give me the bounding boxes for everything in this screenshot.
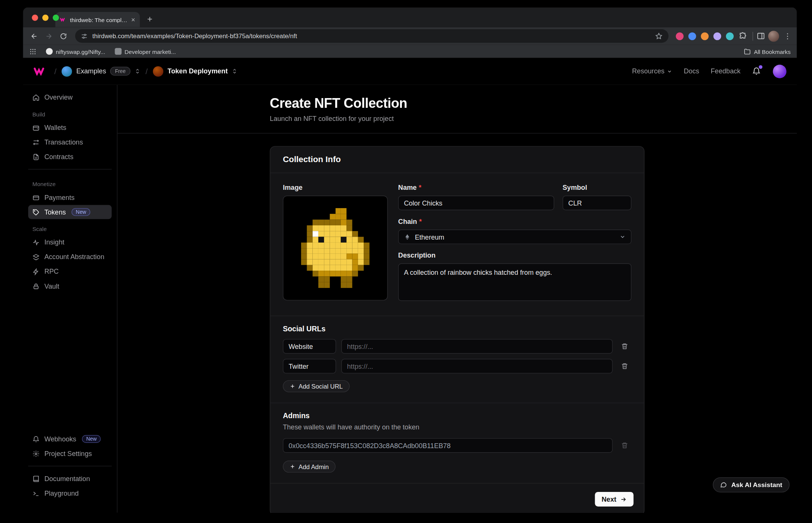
collection-image-upload[interactable] bbox=[283, 195, 388, 300]
chevron-down-icon bbox=[619, 234, 626, 240]
apps-grid-icon[interactable] bbox=[29, 48, 37, 55]
lock-icon bbox=[32, 282, 40, 290]
sidebar-item-insight[interactable]: Insight bbox=[28, 235, 112, 249]
reload-button[interactable] bbox=[56, 29, 70, 43]
bookmark-niftyswap[interactable]: niftyswap.gg/Nifty... bbox=[46, 48, 105, 55]
delete-social-url-button[interactable] bbox=[618, 359, 631, 373]
screen: thirdweb: The complete web3... × + third… bbox=[0, 0, 812, 523]
card-footer: Next bbox=[270, 483, 644, 513]
social-platform-input[interactable] bbox=[283, 359, 336, 374]
sidebar-item-rpc[interactable]: RPC bbox=[28, 264, 112, 279]
page-title: Create NFT Collection bbox=[270, 95, 797, 112]
feedback-link[interactable]: Feedback bbox=[711, 67, 741, 75]
image-label: Image bbox=[283, 183, 302, 191]
sidebar-item-project-settings[interactable]: Project Settings bbox=[28, 447, 112, 461]
sidebar-divider bbox=[28, 169, 112, 169]
extension-icon-teal[interactable] bbox=[726, 32, 734, 40]
sidebar-item-documentation[interactable]: Documentation bbox=[28, 472, 112, 486]
extension-icon-purple[interactable] bbox=[713, 32, 721, 40]
name-input[interactable] bbox=[398, 195, 554, 210]
social-url-input[interactable] bbox=[341, 339, 613, 354]
chain-select[interactable]: Ethereum bbox=[398, 229, 631, 244]
image-column: Image bbox=[283, 183, 388, 303]
sidebar-item-webhooks[interactable]: Webhooks New bbox=[28, 432, 112, 446]
browser-profile-avatar[interactable] bbox=[768, 31, 779, 42]
extension-icon-blue[interactable] bbox=[688, 32, 696, 40]
required-asterisk: * bbox=[419, 218, 422, 225]
sidebar-item-transactions[interactable]: Transactions bbox=[28, 135, 112, 149]
project-avatar bbox=[153, 66, 163, 76]
add-social-url-button[interactable]: Add Social URL bbox=[283, 380, 349, 392]
sidebar-item-tokens[interactable]: Tokens New bbox=[28, 205, 112, 219]
address-bar[interactable]: thirdweb.com/team/examples/Token-Deploym… bbox=[75, 29, 669, 43]
social-platform-input[interactable] bbox=[283, 339, 336, 354]
bookmark-developer-marketing[interactable]: Developer marketi... bbox=[115, 48, 176, 55]
sidebar-item-playground[interactable]: Playground bbox=[28, 486, 112, 501]
fullscreen-window-button[interactable] bbox=[53, 15, 59, 21]
fields-column: Name * Symbol bbox=[398, 183, 631, 303]
tokens-new-badge: New bbox=[72, 208, 90, 216]
next-label: Next bbox=[602, 495, 616, 503]
forward-icon bbox=[45, 32, 52, 40]
new-tab-button[interactable]: + bbox=[143, 12, 157, 26]
sidebar-section-scale: Scale bbox=[32, 226, 107, 232]
page-body: Collection Info Image bbox=[117, 134, 797, 513]
chevrons-up-down-icon bbox=[134, 69, 140, 74]
sidebar-item-contracts[interactable]: Contracts bbox=[28, 150, 112, 164]
team-switcher[interactable]: Examples Free bbox=[62, 66, 140, 76]
all-bookmarks-button[interactable]: All Bookmarks bbox=[743, 48, 791, 55]
activity-icon bbox=[32, 238, 40, 246]
account-avatar[interactable] bbox=[773, 64, 786, 78]
docs-link[interactable]: Docs bbox=[684, 67, 699, 75]
admin-address-input[interactable] bbox=[283, 438, 613, 453]
sidebar-item-label: Project Settings bbox=[44, 450, 92, 457]
extensions-puzzle-icon[interactable] bbox=[739, 32, 747, 40]
delete-admin-button[interactable] bbox=[618, 439, 631, 452]
book-icon bbox=[32, 475, 40, 483]
folder-icon bbox=[743, 48, 751, 55]
add-social-url-label: Add Social URL bbox=[299, 383, 343, 390]
add-admin-button[interactable]: Add Admin bbox=[283, 460, 336, 472]
sidebar-item-account-abstraction[interactable]: Account Abstraction bbox=[28, 250, 112, 264]
social-url-input[interactable] bbox=[341, 359, 613, 374]
sidebar-item-label: Vault bbox=[44, 282, 59, 290]
chevron-down-icon bbox=[667, 69, 672, 74]
sidebar-item-overview[interactable]: Overview bbox=[28, 90, 112, 104]
delete-social-url-button[interactable] bbox=[618, 340, 631, 353]
project-switcher[interactable]: Token Deployment bbox=[153, 66, 237, 76]
extension-icon-orange[interactable] bbox=[701, 32, 709, 40]
minimize-window-button[interactable] bbox=[42, 15, 49, 21]
next-button[interactable]: Next bbox=[595, 492, 633, 507]
resources-menu[interactable]: Resources bbox=[632, 67, 672, 75]
tab-strip: thirdweb: The complete web3... × + bbox=[23, 7, 797, 27]
browser-menu-icon[interactable]: ⋮ bbox=[782, 32, 793, 40]
thirdweb-favicon bbox=[60, 16, 67, 23]
forward-button[interactable] bbox=[42, 29, 55, 43]
site-settings-icon[interactable] bbox=[81, 33, 88, 39]
zap-icon bbox=[32, 268, 40, 275]
ask-ai-assistant-button[interactable]: Ask AI Assistant bbox=[713, 477, 790, 492]
sidebar-item-label: Contracts bbox=[44, 153, 73, 161]
terminal-icon bbox=[32, 490, 40, 497]
back-button[interactable] bbox=[27, 29, 40, 43]
extension-icon-pink[interactable] bbox=[676, 32, 684, 40]
notifications-button[interactable] bbox=[752, 67, 761, 76]
symbol-input[interactable] bbox=[563, 195, 631, 210]
side-panel-icon[interactable] bbox=[757, 32, 765, 40]
browser-tab[interactable]: thirdweb: The complete web3... × bbox=[55, 12, 140, 27]
sidebar-item-label: RPC bbox=[44, 268, 58, 276]
sidebar-item-payments[interactable]: Payments bbox=[28, 191, 112, 205]
sidebar-item-vault[interactable]: Vault bbox=[28, 279, 112, 293]
resources-label: Resources bbox=[632, 67, 664, 75]
main-layout: Overview Build Wallets Transactions Cont… bbox=[23, 85, 797, 513]
browser-toolbar: thirdweb.com/team/examples/Token-Deploym… bbox=[23, 27, 797, 45]
bookmark-star-icon[interactable] bbox=[655, 32, 663, 40]
sidebar-item-wallets[interactable]: Wallets bbox=[28, 121, 112, 135]
tab-close-icon[interactable]: × bbox=[131, 16, 135, 23]
description-textarea[interactable]: A collection of rainbow chicks hatched f… bbox=[398, 264, 631, 301]
thirdweb-logo[interactable] bbox=[33, 67, 49, 76]
project-name: Token Deployment bbox=[167, 67, 228, 75]
close-window-button[interactable] bbox=[32, 15, 38, 21]
url-text[interactable]: thirdweb.com/team/examples/Token-Deploym… bbox=[93, 32, 650, 40]
sidebar-item-label: Payments bbox=[44, 194, 75, 201]
